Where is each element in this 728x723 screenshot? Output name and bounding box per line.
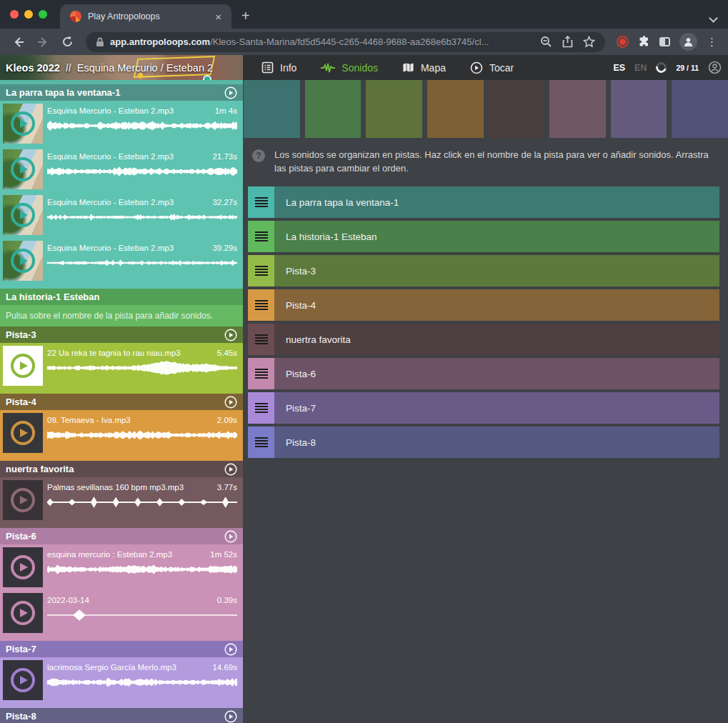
clip-play-icon[interactable] [11,249,35,273]
track-header[interactable]: La historia-1 Esteban [0,289,243,305]
track-row-button[interactable]: La historia-1 Esteban [274,221,719,252]
clip-thumbnail[interactable] [3,413,43,453]
track-row-button[interactable]: La parra tapa la ventana-1 [274,186,719,218]
track-play-icon[interactable] [224,463,237,476]
clip-play-icon[interactable] [11,668,35,692]
new-tab-button[interactable]: + [241,9,250,23]
audio-clip[interactable]: Palmas sevillanas 160 bpm mp3.mp33.77s [0,477,243,523]
clip-play-icon[interactable] [11,203,35,227]
waveform[interactable] [47,119,237,133]
audio-clip[interactable]: Esquina Mercurio - Esteban 2.mp339.29s [0,238,243,284]
url-text[interactable]: app.antropoloops.com/Kleos-Santa-Marina/… [110,36,534,47]
share-icon[interactable] [562,36,573,48]
clip-thumbnail[interactable] [3,480,43,520]
clip-thumbnail[interactable] [3,346,43,386]
waveform[interactable] [47,608,237,622]
profile-avatar[interactable] [679,33,697,51]
extensions-puzzle-icon[interactable] [638,36,650,48]
clip-play-icon[interactable] [11,354,35,378]
drag-handle[interactable] [248,289,274,321]
drag-handle[interactable] [248,392,274,424]
track-row[interactable]: La parra tapa la ventana-1 [248,186,719,218]
record-extension-icon[interactable] [617,36,629,48]
side-panel-icon[interactable] [659,37,670,46]
tab-close-icon[interactable]: × [212,10,224,24]
track-row-button[interactable]: Pista-6 [274,358,719,389]
drag-handle[interactable] [248,255,274,286]
track-header[interactable]: Pista-4 [0,394,243,410]
audio-clip[interactable]: esquina mercurio : Esteban 2.mp31m 52s [0,544,243,590]
track-play-icon[interactable] [224,86,237,99]
clip-thumbnail[interactable] [3,104,43,144]
audio-clip[interactable]: 22 Ua reka te tagnia to rau niau.mp35.45… [0,343,243,389]
track-header[interactable]: Pista-8 [0,708,243,723]
track-row-button[interactable]: Pista-8 [274,427,719,458]
minimize-window-button[interactable] [24,10,33,19]
clip-thumbnail[interactable] [3,547,43,587]
audio-clip[interactable]: Esquina Mercurio - Esteban 2.mp321.73s [0,146,243,192]
track-row[interactable]: Pista-4 [248,289,719,321]
tab-info[interactable]: Info [261,61,296,74]
waveform[interactable] [47,562,237,577]
clip-thumbnail[interactable] [3,241,43,281]
track-play-icon[interactable] [224,530,237,543]
lang-en-button[interactable]: EN [634,63,647,73]
audio-clip[interactable]: Esquina Mercurio - Esteban 2.mp31m 4s [0,101,243,146]
tab-sonidos[interactable]: Sonidos [321,62,378,74]
drag-handle[interactable] [248,427,274,458]
drag-handle[interactable] [248,358,274,389]
tab-tocar[interactable]: Tocar [470,61,514,74]
maximize-window-button[interactable] [39,10,47,19]
track-play-icon[interactable] [224,643,237,656]
tab-search-chevron-icon[interactable] [710,15,717,21]
track-header[interactable]: Pista-7 [0,641,243,657]
account-icon[interactable] [708,61,722,74]
track-play-icon[interactable] [224,396,237,409]
close-window-button[interactable] [10,10,19,19]
menu-kebab-icon[interactable]: ⋮ [707,36,717,49]
bookmark-star-icon[interactable] [583,36,595,48]
track-row[interactable]: Pista-8 [248,427,719,458]
waveform[interactable] [47,164,237,179]
waveform[interactable] [47,495,237,509]
address-bar[interactable]: app.antropoloops.com/Kleos-Santa-Marina/… [86,32,605,52]
tab-mapa[interactable]: Mapa [402,62,446,74]
waveform[interactable] [47,428,237,442]
zoom-out-icon[interactable] [540,36,552,48]
project-name[interactable]: Kleos 2022 [6,62,60,74]
waveform[interactable] [47,256,237,270]
track-header[interactable]: La parra tapa la ventana-1 [0,84,243,101]
track-row-button[interactable]: Pista-4 [274,289,719,321]
track-row-button[interactable]: nuertra favorita [274,324,719,355]
waveform[interactable] [47,210,237,224]
track-row[interactable]: nuertra favorita [248,324,719,355]
clip-play-icon[interactable] [11,111,35,136]
audio-clip[interactable]: Esquina Mercurio - Esteban 2.mp332.27s [0,192,243,238]
reload-button[interactable] [57,32,77,52]
drag-handle[interactable] [248,221,274,252]
track-play-icon[interactable] [224,329,237,341]
waveform[interactable] [47,675,237,689]
clip-play-icon[interactable] [11,421,35,445]
clip-thumbnail[interactable] [3,195,43,235]
audio-clip[interactable]: 09. Temaeva - Iva.mp32.09s [0,410,243,456]
lang-es-button[interactable]: ES [613,63,625,73]
back-button[interactable] [9,32,29,52]
track-header[interactable]: nuertra favorita [0,461,243,477]
drag-handle[interactable] [248,186,274,218]
forward-button[interactable] [33,32,53,52]
track-row[interactable]: Pista-6 [248,358,719,389]
clip-play-icon[interactable] [11,601,35,625]
clip-thumbnail[interactable] [3,593,43,633]
audio-clip[interactable]: lacrimosa Sergio García Merlo.mp314.69s [0,657,243,703]
clip-play-icon[interactable] [11,488,35,512]
lock-icon[interactable] [96,37,104,47]
clip-play-icon[interactable] [11,157,35,181]
track-row-button[interactable]: Pista-3 [274,255,719,286]
track-row-button[interactable]: Pista-7 [274,392,719,424]
browser-tab[interactable]: Play Antropoloops × [60,4,231,29]
waveform[interactable] [47,361,237,375]
track-row[interactable]: Pista-7 [248,392,719,424]
clip-thumbnail[interactable] [3,149,43,189]
track-play-icon[interactable] [224,710,237,723]
